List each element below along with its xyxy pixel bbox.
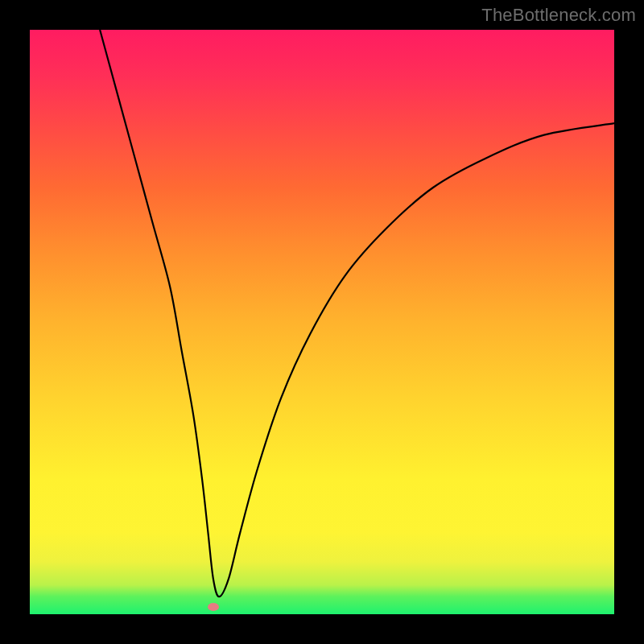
plot-area [30, 30, 614, 614]
chart-frame: TheBottleneck.com [0, 0, 644, 644]
minimum-marker [208, 603, 219, 611]
bottleneck-curve [100, 30, 614, 597]
watermark-text: TheBottleneck.com [481, 5, 636, 26]
curve-svg [30, 30, 614, 614]
